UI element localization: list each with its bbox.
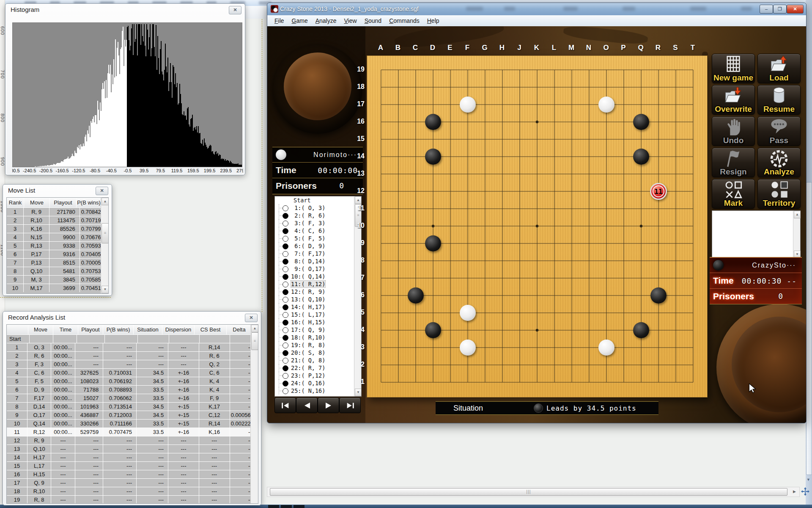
column-header[interactable]: Delta <box>226 325 252 334</box>
close-icon[interactable]: ✕ <box>96 187 108 195</box>
move-tree-item[interactable]: 25:( N,16) <box>275 387 361 395</box>
black-stone-Q14[interactable] <box>633 149 649 165</box>
resign-button[interactable]: Resign <box>712 148 755 177</box>
table-row[interactable]: 19R, 8--------------------- <box>7 495 258 504</box>
move-tree-item[interactable]: 13:( Q,10) <box>275 295 361 303</box>
histogram-titlebar[interactable]: Histogram ✕ <box>5 4 245 15</box>
column-header[interactable]: P(B wins) <box>76 198 101 207</box>
mark-button[interactable]: Mark <box>712 179 755 209</box>
table-row[interactable]: 2R,101134750.707195 <box>7 216 108 224</box>
taskbar-item[interactable] <box>294 505 304 508</box>
resume-button[interactable]: Resume <box>757 85 801 115</box>
menu-item-game[interactable]: Game <box>288 16 312 25</box>
column-header[interactable]: Time <box>53 325 78 334</box>
column-header[interactable]: Playout <box>78 325 103 334</box>
table-row[interactable]: 18R,10--------------------- <box>7 487 258 495</box>
scrollbar-thumb[interactable]: ≡ <box>251 332 258 350</box>
table-row[interactable]: 9O,1700:00...4368870.71200334.5+-15C,120… <box>7 411 258 419</box>
table-row[interactable]: 6P,1793160.704058 <box>7 250 108 258</box>
black-stone-C6[interactable] <box>408 287 424 304</box>
white-stone-F3[interactable] <box>460 340 476 356</box>
column-header[interactable] <box>7 325 28 334</box>
background-horizontal-scrollbar[interactable]: ||| ▶ <box>267 487 800 497</box>
white-stone-F5[interactable] <box>460 305 476 321</box>
white-stone-O3[interactable] <box>598 340 614 356</box>
table-row[interactable]: 14H,17--------------------- <box>7 453 258 461</box>
column-header[interactable]: CS Best <box>194 325 226 334</box>
marked-stone-R12[interactable]: 11 <box>650 183 667 200</box>
last-move-button[interactable] <box>339 398 361 413</box>
scroll-right-icon[interactable]: ▶ <box>793 489 796 494</box>
move-tree-item[interactable]: 22:( R, 7) <box>275 364 361 372</box>
table-row[interactable]: 9M, 338450.705852 <box>7 275 108 284</box>
background-vertical-scrollbar[interactable]: ▼ <box>806 0 812 508</box>
scroll-down-icon[interactable]: ▼ <box>355 389 362 396</box>
scrollbar-thumb[interactable]: ≡ <box>102 223 109 243</box>
move-tree-item[interactable]: 24:( O,16) <box>275 379 361 387</box>
black-stone-Q4[interactable] <box>633 322 649 338</box>
column-header[interactable]: Rank <box>7 198 24 207</box>
move-tree-item[interactable]: 20:( S, 8) <box>275 349 361 356</box>
move-list-titlebar[interactable]: Move List ✕ <box>3 185 112 196</box>
pass-button[interactable]: Pass <box>757 116 801 146</box>
record-scrollbar[interactable]: ▲ ≡ <box>250 325 258 503</box>
table-row[interactable]: 7P,1385150.700059 <box>7 258 108 267</box>
minimize-icon[interactable]: – <box>760 5 773 14</box>
undo-button[interactable]: Undo <box>712 116 755 146</box>
black-stone-Q16[interactable] <box>633 114 649 130</box>
menu-item-help[interactable]: Help <box>423 16 443 25</box>
move-tree-item[interactable]: 9:( O,17) <box>275 265 361 273</box>
table-row[interactable]: 12R, 9--------------------- <box>7 436 258 444</box>
previous-move-button[interactable] <box>296 398 318 413</box>
black-stone-D14[interactable] <box>425 149 441 165</box>
table-row[interactable]: 13Q,10--------------------- <box>7 444 258 453</box>
menu-item-analyze[interactable]: Analyze <box>312 16 340 25</box>
move-tree-item[interactable]: 17:( Q, 9) <box>275 326 361 334</box>
column-header[interactable]: Situation <box>133 325 162 334</box>
menu-item-commands[interactable]: Commands <box>385 16 423 25</box>
menu-item-view[interactable]: View <box>340 16 361 25</box>
move-tree-item[interactable]: 5:( F, 5) <box>275 235 361 242</box>
next-move-button[interactable] <box>318 398 339 413</box>
column-header[interactable]: Move <box>24 198 49 207</box>
menu-item-sound[interactable]: Sound <box>361 16 386 25</box>
table-row[interactable]: 10Q,1400:00...3302660.71116633.5+-15R,14… <box>7 419 258 428</box>
move-tree-item[interactable]: 10:( Q,14) <box>275 273 361 280</box>
move-tree-item[interactable]: 18:( R,10) <box>275 334 361 341</box>
table-row[interactable]: 11R,1200:00...5297590.70747533.5+-16K,16… <box>7 428 258 436</box>
move-tree-item[interactable]: 14:( H,17) <box>275 303 361 311</box>
table-row[interactable]: 2R, 600:00...------------R, 6--- <box>7 351 258 360</box>
move-list-scrollbar[interactable]: ▲ ≡ ▼ <box>101 198 108 293</box>
engine-message-box[interactable]: ▲ ▼ <box>712 210 801 259</box>
scroll-up-icon[interactable]: ▲ <box>251 325 258 332</box>
table-row[interactable]: 17Q, 9--------------------- <box>7 478 258 487</box>
move-tree-root[interactable]: Start <box>275 196 361 204</box>
white-stone-F17[interactable] <box>460 97 476 113</box>
analyze-button[interactable]: Analyze <box>757 148 801 177</box>
table-row[interactable]: Start <box>7 334 258 343</box>
scroll-down-icon[interactable]: ▼ <box>807 478 810 482</box>
table-row[interactable]: 8D,1400:00...1019630.71351434.5+-15K,17-… <box>7 402 258 411</box>
move-tree-item[interactable]: 8:( D,14) <box>275 257 361 265</box>
move-tree-item[interactable]: 21:( Q, 8) <box>275 356 361 364</box>
table-row[interactable]: 3K,16855260.707995 <box>7 224 108 233</box>
go-board[interactable]: 11 <box>367 55 708 398</box>
move-tree-item[interactable]: 1:( O, 3) <box>275 204 361 212</box>
close-icon[interactable]: ✕ <box>245 314 258 322</box>
table-row[interactable]: 1R, 92717800.708425 <box>7 207 108 216</box>
first-move-button[interactable] <box>274 398 296 413</box>
table-row[interactable]: 15L,17--------------------- <box>7 461 258 470</box>
move-tree-item[interactable]: 7:( F,17) <box>275 250 361 257</box>
move-tree-item[interactable]: 23:( P,12) <box>275 372 361 379</box>
table-row[interactable]: 8Q,1054810.707535 <box>7 267 108 275</box>
taskbar-item[interactable] <box>281 505 292 508</box>
record-analysis-titlebar[interactable]: Record Analysis List ✕ <box>3 312 261 323</box>
table-row[interactable]: 3F, 300:00...------------Q, 2--- <box>7 360 258 368</box>
close-icon[interactable]: ✕ <box>229 6 241 14</box>
territory-button[interactable]: Territory <box>757 179 801 209</box>
scrollbar-thumb[interactable] <box>806 182 812 475</box>
scroll-up-icon[interactable]: ▲ <box>794 211 801 218</box>
table-row[interactable]: 7F,1700:00...150270.70606233.5+-16F, 9--… <box>7 394 258 402</box>
black-stone-D9[interactable] <box>425 235 441 251</box>
overwrite-button[interactable]: Overwrite <box>712 85 755 115</box>
